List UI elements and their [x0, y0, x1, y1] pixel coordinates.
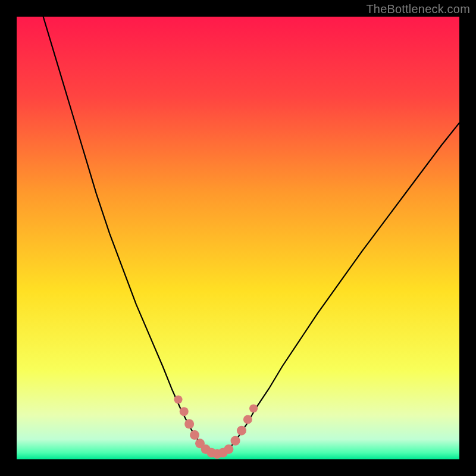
marker-right-1	[231, 436, 240, 446]
marker-right-4	[249, 404, 258, 412]
marker-right-3	[243, 415, 252, 424]
chart-svg	[17, 17, 459, 459]
marker-left-2	[180, 407, 189, 416]
chart-frame: TheBottleneck.com	[0, 0, 476, 476]
gradient-background	[17, 17, 459, 459]
watermark-text: TheBottleneck.com	[366, 2, 470, 16]
marker-left-1	[174, 396, 183, 404]
marker-right-2	[237, 426, 246, 436]
marker-left-4	[190, 430, 199, 440]
marker-left-3	[184, 419, 194, 428]
plot-area	[17, 17, 459, 459]
marker-bottom-5	[224, 444, 233, 454]
